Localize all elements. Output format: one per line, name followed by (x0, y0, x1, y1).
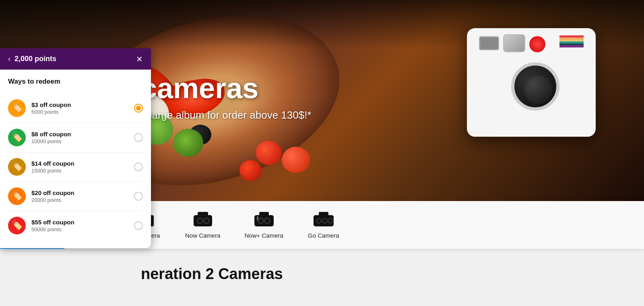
nav-now-camera[interactable]: Now Camera (173, 201, 233, 249)
nav-go-label: Go Camera (308, 232, 339, 239)
svg-point-12 (198, 219, 202, 223)
ways-to-redeem-label: Ways to redeem (8, 78, 143, 86)
svg-point-25 (317, 219, 320, 223)
sidebar-panel: ‹ 2,000 points ✕ Ways to redeem 🏷️ $3 of… (0, 48, 151, 248)
coupon-title-3: $3 off coupon (31, 101, 128, 108)
food-tomato-3 (239, 160, 262, 181)
coupon-info-20: $20 off coupon 20000 points (31, 189, 128, 203)
coupon-points-8: 10000 points (31, 138, 128, 144)
coupon-info-14: $14 off coupon 15000 points (31, 160, 128, 174)
coupon-icon-8: 🏷️ (8, 129, 26, 146)
camera-viewfinder (479, 36, 499, 50)
coupon-item-55[interactable]: 🏷️ $55 off coupon 50000 points (8, 211, 143, 240)
food-tomato-2 (256, 141, 282, 165)
camera-flash (503, 34, 525, 52)
nav-nowplus-icon (254, 211, 275, 229)
coupon-item-3[interactable]: 🏷️ $3 off coupon 5000 points (8, 94, 143, 123)
nav-go-icon (313, 211, 334, 229)
camera-red-circle (529, 36, 545, 52)
coupon-title-14: $14 off coupon (31, 160, 128, 167)
svg-point-20 (265, 219, 269, 223)
back-arrow-icon[interactable]: ‹ (8, 55, 10, 63)
svg-rect-21 (259, 212, 269, 216)
camera-body (467, 28, 596, 137)
coupon-title-55: $55 off coupon (31, 219, 128, 226)
food-cucumber-2 (173, 129, 203, 157)
points-label: 2,000 points (14, 55, 56, 63)
camera-lens (511, 62, 559, 111)
svg-rect-22 (257, 216, 258, 220)
nav-nowplus-label: Now+ Camera (245, 232, 283, 239)
svg-point-27 (323, 219, 326, 223)
camera-lens-inner (524, 76, 553, 104)
close-button[interactable]: ✕ (136, 55, 143, 63)
section-title-area: neration 2 Cameras (141, 265, 283, 283)
nav-nowplus-camera[interactable]: Now+ Camera (233, 201, 295, 249)
coupon-item-14[interactable]: 🏷️ $14 off coupon 15000 points (8, 152, 143, 182)
coupon-radio-3[interactable] (134, 104, 143, 113)
coupon-title-8: $8 off coupon (31, 131, 128, 138)
coupon-icon-55: 🏷️ (8, 217, 26, 234)
coupon-item-8[interactable]: 🏷️ $8 off coupon 10000 points (8, 123, 143, 152)
coupon-info-3: $3 off coupon 5000 points (31, 101, 128, 115)
coupon-radio-14[interactable] (134, 162, 143, 171)
nav-now-label: Now Camera (185, 232, 221, 239)
nav-go-camera[interactable]: Go Camera (295, 201, 352, 249)
nav-now-icon (193, 211, 213, 229)
coupon-icon-14: 🏷️ (8, 158, 26, 176)
svg-point-29 (328, 219, 332, 223)
coupon-radio-55[interactable] (134, 221, 143, 230)
coupon-points-20: 20000 points (31, 197, 128, 203)
coupon-icon-20: 🏷️ (8, 187, 26, 205)
coupon-title-20: $20 off coupon (31, 189, 128, 196)
coupon-radio-8[interactable] (134, 133, 143, 142)
sidebar-header: ‹ 2,000 points ✕ (0, 48, 151, 70)
sidebar-header-left: ‹ 2,000 points (8, 55, 56, 63)
svg-point-18 (259, 219, 263, 223)
hero-text-area: cameras e large album for order above 13… (141, 72, 312, 121)
svg-point-14 (204, 219, 208, 223)
coupon-info-8: $8 off coupon 10000 points (31, 131, 128, 144)
section-title: neration 2 Cameras (141, 265, 283, 283)
hero-camera (459, 12, 612, 153)
hero-title: cameras (141, 72, 312, 104)
coupon-info-55: $55 off coupon 50000 points (31, 219, 128, 232)
food-tomato-1 (282, 147, 310, 173)
svg-rect-15 (198, 212, 208, 216)
hero-subtitle: e large album for order above 130$!* (141, 109, 312, 121)
coupon-points-55: 50000 points (31, 226, 128, 232)
coupon-item-20[interactable]: 🏷️ $20 off coupon 20000 points (8, 182, 143, 211)
sidebar-content: Ways to redeem 🏷️ $3 off coupon 5000 poi… (0, 70, 151, 248)
camera-rainbow (559, 35, 584, 49)
coupon-points-14: 15000 points (31, 168, 128, 174)
coupon-icon-3: 🏷️ (8, 99, 26, 117)
coupon-radio-20[interactable] (134, 192, 143, 201)
coupon-points-3: 5000 points (31, 109, 128, 115)
svg-rect-30 (319, 212, 328, 216)
